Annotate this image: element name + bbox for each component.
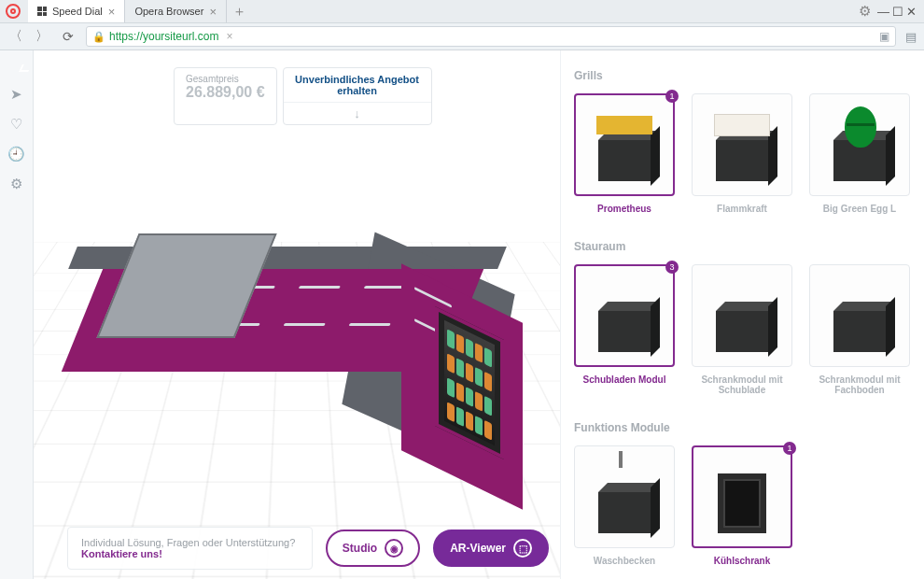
studio-label: Studio	[343, 542, 377, 555]
workspace: ➤ ♡ 🕘 ⚙ Gesamtpreis 26.889,00 € Unverbin…	[0, 50, 924, 579]
maximize-icon[interactable]: ☐	[890, 5, 904, 19]
lock-icon: 🔒	[92, 31, 105, 43]
viewport-footer: Individual Lösung, Fragen oder Unterstüt…	[67, 527, 549, 570]
history-icon[interactable]: 🕘	[7, 146, 25, 162]
card-label: Schrankmodul mit Fachboden	[809, 374, 910, 395]
card-thumbnail	[692, 264, 792, 367]
close-window-icon[interactable]: ✕	[904, 5, 918, 19]
card-thumbnail	[809, 264, 910, 367]
tab-speed-dial[interactable]: Speed Dial ×	[28, 0, 125, 22]
price-block: Gesamtpreis 26.889,00 € Unverbindliches …	[174, 67, 432, 125]
speed-dial-icon	[37, 7, 47, 16]
contact-link[interactable]: Kontaktiere uns!	[81, 548, 162, 559]
card-label: Big Green Egg L	[809, 204, 910, 214]
quote-title: Unverbindliches Angebot erhalten	[284, 68, 431, 103]
catalog-card[interactable]: Big Green Egg L	[809, 93, 910, 214]
minimize-icon[interactable]: —	[876, 5, 890, 19]
card-label: Schubladen Modul	[574, 374, 675, 385]
price-value: 26.889,00 €	[186, 84, 265, 101]
forward-button[interactable]: 〉	[34, 28, 50, 45]
studio-button[interactable]: Studio ◉	[326, 530, 420, 567]
close-tab-icon[interactable]: ×	[108, 5, 116, 19]
tab-label: Speed Dial	[52, 6, 103, 17]
tab-bar: Speed Dial × Opera Browser × ＋ ⚙ — ☐ ✕	[0, 0, 924, 22]
card-label: Schrankmodul mit Schublade	[692, 374, 792, 395]
settings-icon[interactable]: ⚙	[10, 176, 22, 192]
catalog-card[interactable]: Schrankmodul mit Schublade	[692, 264, 792, 395]
opera-logo-icon	[6, 4, 21, 19]
kitchen-3d-model[interactable]	[73, 200, 549, 461]
reload-button[interactable]: ⟳	[60, 29, 77, 44]
card-thumbnail	[809, 93, 910, 196]
easy-setup-icon[interactable]: ⚙	[853, 3, 876, 20]
catalog-card[interactable]: Waschbecken	[574, 445, 675, 566]
card-thumbnail: 1	[692, 445, 792, 548]
tab-label: Opera Browser	[134, 6, 203, 17]
bookmarks-icon[interactable]: ♡	[10, 116, 22, 133]
back-button[interactable]: 〈	[7, 28, 24, 45]
tab-opera-browser[interactable]: Opera Browser ×	[125, 0, 227, 22]
total-price-card: Gesamtpreis 26.889,00 €	[174, 67, 277, 125]
ar-label: AR-Viewer	[450, 542, 506, 555]
quote-button[interactable]: Unverbindliches Angebot erhalten ↓	[283, 67, 432, 125]
camera-icon: ◉	[385, 539, 403, 558]
catalog-card[interactable]: 1Kühlschrank	[692, 445, 792, 566]
card-label: Flammkraft	[692, 204, 792, 214]
clear-url-icon[interactable]: ×	[226, 30, 232, 43]
chevron-down-icon: ↓	[284, 103, 431, 124]
card-label: Waschbecken	[574, 556, 675, 566]
sidebar-toggle-icon[interactable]: ▤	[905, 30, 917, 44]
catalog-card[interactable]: 3Schubladen Modul	[574, 264, 675, 395]
close-tab-icon[interactable]: ×	[209, 5, 217, 19]
url-field[interactable]: 🔒 https://yoursiteurl.com × ▣	[86, 26, 896, 47]
catalog-card[interactable]: Schrankmodul mit Fachboden	[809, 264, 910, 395]
browser-sidebar: ➤ ♡ 🕘 ⚙	[0, 50, 34, 579]
card-label: Kühlschrank	[692, 556, 792, 566]
section-title: Grills	[574, 69, 911, 82]
catalog-card[interactable]: 1Prometheus	[574, 93, 675, 214]
card-thumbnail: 3	[574, 264, 675, 367]
ar-cube-icon: ⬚	[513, 539, 532, 558]
snapshot-icon[interactable]: ▣	[879, 30, 889, 43]
section-title: Funktions Module	[574, 421, 911, 434]
catalog-card[interactable]: Flammkraft	[692, 93, 792, 214]
count-badge: 1	[665, 90, 679, 103]
catalog-panel: Grills1PrometheusFlammkraftBig Green Egg…	[560, 50, 924, 579]
ar-viewer-button[interactable]: AR-Viewer ⬚	[433, 530, 549, 567]
url-text: https://yoursiteurl.com	[109, 30, 218, 43]
help-text: Individual Lösung, Fragen oder Unterstüt…	[81, 537, 295, 548]
card-label: Prometheus	[574, 204, 675, 214]
address-bar: 〈 〉 ⟳ 🔒 https://yoursiteurl.com × ▣ ▤	[0, 22, 924, 50]
help-banner: Individual Lösung, Fragen oder Unterstüt…	[67, 527, 313, 570]
section-title: Stauraum	[574, 240, 911, 253]
configurator-viewport[interactable]: Gesamtpreis 26.889,00 € Unverbindliches …	[34, 50, 560, 579]
browser-chrome: Speed Dial × Opera Browser × ＋ ⚙ — ☐ ✕ 〈…	[0, 0, 924, 50]
count-badge: 3	[665, 261, 679, 274]
new-tab-button[interactable]: ＋	[227, 3, 252, 21]
send-icon[interactable]: ➤	[10, 86, 22, 103]
card-thumbnail: 1	[574, 93, 675, 196]
count-badge: 1	[783, 442, 796, 455]
price-label: Gesamtpreis	[186, 74, 265, 84]
card-thumbnail	[574, 445, 675, 548]
card-thumbnail	[692, 93, 792, 196]
